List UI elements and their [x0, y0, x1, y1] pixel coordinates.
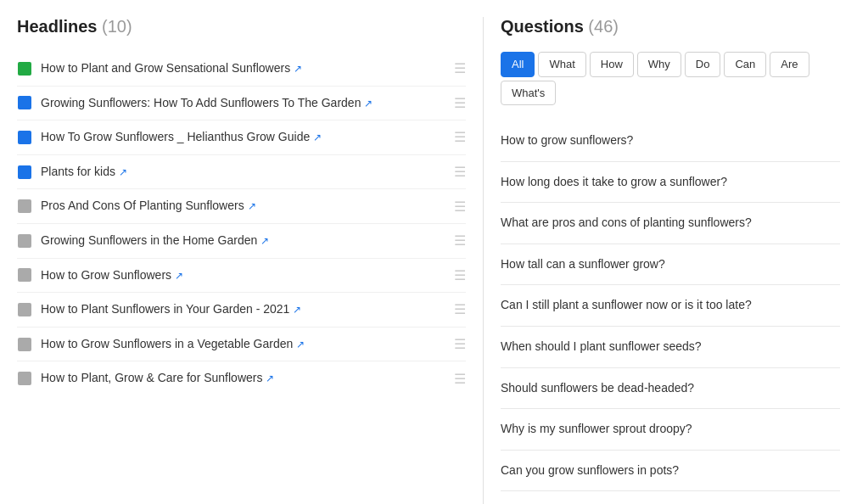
external-link-icon[interactable]: ↗: [266, 372, 274, 384]
headlines-panel: Headlines (10) How to Plant and Grow Sen…: [0, 17, 484, 504]
favicon: [17, 371, 32, 386]
svg-rect-5: [18, 234, 31, 248]
headline-text: How to Grow Sunflowers in a Vegetable Ga…: [41, 336, 445, 353]
svg-rect-8: [18, 338, 31, 351]
question-item[interactable]: How tall can a sunflower grow?: [501, 244, 840, 286]
favicon: [17, 267, 32, 283]
favicon: [17, 61, 32, 76]
questions-title-text: Questions: [501, 17, 584, 36]
question-item[interactable]: What are pros and cons of planting sunfl…: [501, 203, 840, 244]
drag-handle-icon[interactable]: ☰: [454, 164, 466, 180]
svg-rect-4: [18, 199, 31, 213]
headline-item[interactable]: How to Grow Sunflowers in a Vegetable Ga…: [17, 328, 466, 362]
headline-item[interactable]: Plants for kids↗☰: [17, 155, 466, 190]
external-link-icon[interactable]: ↗: [364, 98, 372, 109]
external-link-icon[interactable]: ↗: [296, 339, 305, 350]
favicon: [17, 302, 32, 317]
external-link-icon[interactable]: ↗: [119, 166, 127, 178]
favicon: [17, 233, 32, 249]
headline-item[interactable]: How to Plant and Grow Sensational Sunflo…: [17, 52, 466, 87]
external-link-icon[interactable]: ↗: [294, 63, 302, 75]
filter-tab-what[interactable]: What: [538, 52, 585, 77]
external-link-icon[interactable]: ↗: [293, 304, 301, 316]
external-link-icon[interactable]: ↗: [248, 200, 256, 212]
headlines-list: How to Plant and Grow Sensational Sunflo…: [17, 52, 466, 395]
question-item[interactable]: Can you grow sunflowers in pots?: [501, 451, 840, 492]
drag-handle-icon[interactable]: ☰: [454, 371, 466, 387]
question-item[interactable]: How to grow sunflowers?: [501, 120, 840, 162]
svg-rect-9: [18, 372, 31, 385]
filter-tab-whats[interactable]: What's: [501, 81, 556, 106]
headline-text: Growing Sunflowers: How To Add Sunflower…: [41, 95, 445, 112]
svg-rect-0: [18, 62, 31, 76]
svg-rect-2: [18, 131, 31, 144]
questions-count: (46): [588, 17, 619, 36]
svg-rect-6: [18, 268, 31, 282]
headline-text: How to Grow Sunflowers↗: [41, 267, 445, 284]
headline-text: How to Plant and Grow Sensational Sunflo…: [41, 60, 445, 77]
headlines-count: (10): [102, 17, 132, 36]
filter-tab-why[interactable]: Why: [637, 52, 681, 77]
question-item[interactable]: When should I plant sunflower seeds?: [501, 327, 840, 368]
headline-item[interactable]: Pros And Cons Of Planting Sunflowers↗☰: [17, 189, 466, 224]
headline-text: How to Plant, Grow & Care for Sunflowers…: [41, 370, 445, 387]
drag-handle-icon[interactable]: ☰: [454, 95, 466, 111]
questions-panel: Questions (46) AllWhatHowWhyDoCanAreWhat…: [484, 17, 857, 504]
filter-tab-do[interactable]: Do: [685, 52, 721, 77]
headline-item[interactable]: Growing Sunflowers: How To Add Sunflower…: [17, 87, 466, 121]
filter-tab-can[interactable]: Can: [724, 52, 766, 77]
external-link-icon[interactable]: ↗: [313, 132, 322, 143]
external-link-icon[interactable]: ↗: [260, 235, 269, 247]
drag-handle-icon[interactable]: ☰: [454, 232, 466, 249]
drag-handle-icon[interactable]: ☰: [454, 199, 466, 215]
questions-list: How to grow sunflowers?How long does it …: [501, 120, 840, 504]
svg-rect-1: [18, 96, 31, 109]
headline-item[interactable]: How to Plant Sunflowers in Your Garden -…: [17, 293, 466, 328]
headline-text: How to Plant Sunflowers in Your Garden -…: [41, 301, 445, 318]
favicon: [17, 130, 32, 145]
drag-handle-icon[interactable]: ☰: [454, 60, 466, 76]
headline-text: Growing Sunflowers in the Home Garden↗: [41, 232, 445, 249]
question-item[interactable]: Why is my sunflower sprout droopy?: [501, 409, 840, 451]
question-item[interactable]: How long does a sunflower last?: [501, 491, 840, 504]
headlines-title: Headlines (10): [17, 17, 466, 36]
favicon: [17, 199, 32, 214]
headline-text: How To Grow Sunflowers _ Helianthus Grow…: [41, 129, 445, 146]
headline-text: Plants for kids↗: [41, 164, 445, 181]
favicon: [17, 337, 32, 352]
filter-tab-are[interactable]: Are: [770, 52, 809, 77]
question-item[interactable]: Can I still plant a sunflower now or is …: [501, 285, 840, 327]
headline-item[interactable]: How to Grow Sunflowers↗☰: [17, 259, 466, 294]
headline-item[interactable]: How to Plant, Grow & Care for Sunflowers…: [17, 361, 466, 395]
headline-text: Pros And Cons Of Planting Sunflowers↗: [41, 198, 445, 215]
favicon: [17, 165, 32, 180]
drag-handle-icon[interactable]: ☰: [454, 336, 466, 352]
headline-item[interactable]: Growing Sunflowers in the Home Garden↗☰: [17, 224, 466, 259]
drag-handle-icon[interactable]: ☰: [454, 129, 466, 145]
filter-tab-all[interactable]: All: [501, 52, 535, 77]
headlines-title-text: Headlines: [17, 17, 97, 36]
favicon: [17, 95, 32, 110]
drag-handle-icon[interactable]: ☰: [454, 267, 466, 283]
svg-rect-3: [18, 165, 31, 179]
questions-title: Questions (46): [501, 17, 840, 36]
question-item[interactable]: Should sunflowers be dead-headed?: [501, 368, 840, 410]
filter-tab-how[interactable]: How: [590, 52, 634, 77]
headline-item[interactable]: How To Grow Sunflowers _ Helianthus Grow…: [17, 120, 466, 155]
filter-tabs: AllWhatHowWhyDoCanAreWhat's: [501, 52, 840, 105]
external-link-icon[interactable]: ↗: [175, 270, 183, 282]
drag-handle-icon[interactable]: ☰: [454, 301, 466, 317]
svg-rect-7: [18, 303, 31, 316]
question-item[interactable]: How long does it take to grow a sunflowe…: [501, 162, 840, 204]
